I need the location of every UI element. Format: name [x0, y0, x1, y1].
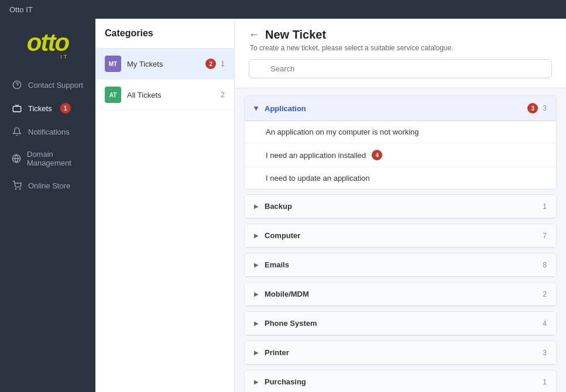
all-tickets-avatar: AT — [105, 87, 121, 103]
computer-count: 7 — [543, 232, 547, 240]
computer-name: Computer — [265, 231, 543, 240]
item-label: I need to update an application — [266, 174, 370, 183]
my-tickets-avatar: MT — [105, 56, 121, 72]
domain-management-icon — [12, 153, 21, 164]
tickets-icon — [12, 103, 22, 114]
printer-chevron: ▶ — [254, 349, 259, 356]
application-badge: 3 — [527, 103, 538, 114]
my-tickets-count: 1 — [221, 60, 225, 68]
sidebar-item-tickets[interactable]: Tickets 1 — [2, 97, 93, 119]
catalogue-list: ▶ Application 3 3 An application on my c… — [235, 88, 566, 392]
tickets-badge: 1 — [60, 103, 71, 114]
topbar: Otto IT — [0, 0, 566, 19]
all-tickets-label: All Tickets — [127, 91, 221, 99]
phone-system-count: 4 — [543, 319, 547, 328]
purchasing-chevron: ▶ — [254, 379, 259, 385]
category-item-all-tickets[interactable]: AT All Tickets 2 — [95, 80, 234, 111]
domain-management-label: Domain Management — [27, 150, 84, 167]
application-header[interactable]: ▶ Application 3 3 — [245, 96, 556, 121]
sidebar-item-online-store[interactable]: Online Store — [2, 174, 93, 197]
emails-name: Emails — [265, 260, 543, 269]
purchasing-name: Purchasing — [265, 377, 543, 386]
purchasing-count: 1 — [543, 378, 547, 386]
new-ticket-header: ← New Ticket To create a new ticket, ple… — [235, 19, 566, 88]
sidebar-item-contact-support[interactable]: Contact Support — [2, 74, 93, 96]
contact-support-label: Contact Support — [28, 81, 83, 90]
catalogue-section-computer: ▶ Computer 7 — [244, 223, 557, 248]
backup-chevron: ▶ — [254, 203, 259, 209]
printer-header[interactable]: ▶ Printer 3 — [245, 341, 556, 365]
phone-system-name: Phone System — [265, 319, 543, 328]
catalogue-section-printer: ▶ Printer 3 — [244, 341, 557, 365]
backup-header[interactable]: ▶ Backup 1 — [245, 195, 556, 218]
contact-support-icon — [12, 80, 22, 90]
online-store-icon — [12, 180, 22, 191]
category-item-my-tickets[interactable]: MT My Tickets 2 1 — [95, 49, 234, 80]
mobile-mdm-chevron: ▶ — [254, 291, 259, 297]
list-item[interactable]: I need to update an application — [245, 167, 556, 189]
sidebar: otto IT Contact Support Tickets 1 — [0, 19, 95, 392]
sidebar-item-domain-management[interactable]: Domain Management — [2, 144, 93, 173]
application-name: Application — [265, 104, 527, 113]
item-label: An application on my computer is not wor… — [266, 128, 419, 136]
online-store-label: Online Store — [28, 181, 70, 190]
notifications-label: Notifications — [28, 128, 70, 136]
backup-name: Backup — [265, 202, 543, 211]
phone-system-chevron: ▶ — [254, 320, 259, 326]
computer-header[interactable]: ▶ Computer 7 — [245, 224, 556, 247]
mobile-mdm-count: 2 — [543, 290, 547, 298]
sidebar-nav: Contact Support Tickets 1 Notifications — [0, 74, 95, 206]
sidebar-item-notifications[interactable]: Notifications — [2, 121, 93, 143]
main-panel: ← New Ticket To create a new ticket, ple… — [235, 19, 566, 392]
printer-name: Printer — [265, 348, 543, 357]
printer-count: 3 — [543, 349, 547, 357]
list-item[interactable]: I need an application installed 4 — [245, 143, 556, 167]
categories-header: Categories — [95, 19, 234, 49]
new-ticket-subtitle: To create a new ticket, please select a … — [250, 44, 552, 52]
emails-count: 8 — [543, 261, 547, 269]
my-tickets-badge: 2 — [205, 59, 216, 69]
otto-logo: otto — [27, 30, 68, 55]
tickets-label: Tickets — [28, 104, 52, 113]
application-items: An application on my computer is not wor… — [245, 121, 556, 189]
list-item[interactable]: An application on my computer is not wor… — [245, 121, 556, 143]
phone-system-header[interactable]: ▶ Phone System 4 — [245, 312, 556, 335]
catalogue-section-emails: ▶ Emails 8 — [244, 253, 557, 277]
catalogue-section-purchasing: ▶ Purchasing 1 — [244, 370, 557, 392]
catalogue-section-backup: ▶ Backup 1 — [244, 194, 557, 219]
search-input[interactable] — [249, 59, 552, 78]
back-arrow[interactable]: ← — [249, 29, 259, 41]
search-wrapper — [249, 59, 552, 78]
notifications-icon — [12, 126, 22, 137]
content-area: Categories MT My Tickets 2 1 AT All Tick… — [95, 19, 566, 392]
mobile-mdm-header[interactable]: ▶ Mobile/MDM 2 — [245, 283, 556, 306]
all-tickets-count: 2 — [221, 91, 225, 99]
mobile-mdm-name: Mobile/MDM — [265, 290, 543, 298]
svg-point-5 — [15, 188, 16, 189]
computer-chevron: ▶ — [254, 232, 259, 239]
purchasing-header[interactable]: ▶ Purchasing 1 — [245, 370, 556, 392]
logo-area: otto IT — [0, 19, 95, 74]
my-tickets-label: My Tickets — [127, 60, 205, 68]
emails-chevron: ▶ — [254, 262, 259, 268]
catalogue-section-mobile-mdm: ▶ Mobile/MDM 2 — [244, 282, 557, 307]
svg-rect-2 — [13, 106, 20, 112]
item-label: I need an application installed — [266, 151, 366, 160]
new-ticket-title: New Ticket — [265, 28, 326, 42]
catalogue-section-phone-system: ▶ Phone System 4 — [244, 311, 557, 336]
categories-panel: Categories MT My Tickets 2 1 AT All Tick… — [95, 19, 235, 392]
app-title: Otto IT — [9, 5, 33, 14]
catalogue-section-application: ▶ Application 3 3 An application on my c… — [244, 95, 557, 190]
emails-header[interactable]: ▶ Emails 8 — [245, 253, 556, 277]
backup-count: 1 — [543, 202, 547, 211]
item-badge: 4 — [372, 150, 382, 160]
application-count: 3 — [543, 104, 547, 112]
svg-point-6 — [20, 188, 20, 189]
application-chevron: ▶ — [253, 106, 260, 111]
